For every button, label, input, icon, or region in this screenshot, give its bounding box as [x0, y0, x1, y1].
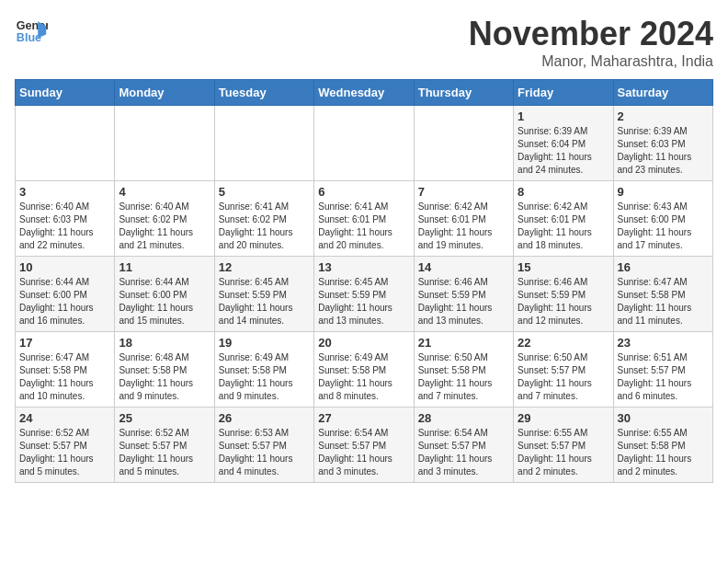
day-number: 13	[318, 260, 409, 274]
day-number: 7	[418, 185, 509, 199]
calendar-cell: 10Sunrise: 6:44 AM Sunset: 6:00 PM Dayli…	[16, 257, 115, 332]
calendar-table: SundayMondayTuesdayWednesdayThursdayFrid…	[15, 79, 713, 483]
day-number: 24	[19, 411, 110, 425]
day-number: 17	[19, 336, 110, 350]
day-number: 25	[119, 411, 210, 425]
day-info: Sunrise: 6:51 AM Sunset: 5:57 PM Dayligh…	[618, 351, 709, 403]
calendar-cell	[414, 106, 513, 181]
calendar-cell	[314, 106, 414, 181]
day-info: Sunrise: 6:45 AM Sunset: 5:59 PM Dayligh…	[318, 276, 409, 327]
calendar-cell: 25Sunrise: 6:52 AM Sunset: 5:57 PM Dayli…	[115, 408, 214, 483]
day-number: 20	[318, 336, 409, 350]
weekday-header: Thursday	[414, 80, 513, 106]
day-number: 2	[618, 109, 709, 123]
day-info: Sunrise: 6:39 AM Sunset: 6:04 PM Dayligh…	[518, 125, 609, 177]
calendar-cell: 28Sunrise: 6:54 AM Sunset: 5:57 PM Dayli…	[414, 408, 513, 483]
calendar-cell: 1Sunrise: 6:39 AM Sunset: 6:04 PM Daylig…	[514, 106, 613, 181]
calendar-week-row: 17Sunrise: 6:47 AM Sunset: 5:58 PM Dayli…	[16, 332, 713, 408]
day-info: Sunrise: 6:52 AM Sunset: 5:57 PM Dayligh…	[19, 427, 110, 478]
calendar-cell: 21Sunrise: 6:50 AM Sunset: 5:58 PM Dayli…	[414, 332, 513, 408]
day-info: Sunrise: 6:49 AM Sunset: 5:58 PM Dayligh…	[219, 351, 310, 403]
logo-icon: General Blue	[15, 15, 48, 48]
day-info: Sunrise: 6:47 AM Sunset: 5:58 PM Dayligh…	[618, 276, 709, 327]
calendar-cell: 8Sunrise: 6:42 AM Sunset: 6:01 PM Daylig…	[514, 181, 613, 257]
calendar-cell: 6Sunrise: 6:41 AM Sunset: 6:01 PM Daylig…	[314, 181, 414, 257]
calendar-title: November 2024	[469, 15, 713, 53]
calendar-cell: 12Sunrise: 6:45 AM Sunset: 5:59 PM Dayli…	[214, 257, 313, 332]
calendar-cell: 24Sunrise: 6:52 AM Sunset: 5:57 PM Dayli…	[16, 408, 115, 483]
calendar-subtitle: Manor, Maharashtra, India	[469, 53, 713, 70]
day-number: 22	[518, 336, 609, 350]
day-info: Sunrise: 6:52 AM Sunset: 5:57 PM Dayligh…	[119, 427, 210, 478]
day-info: Sunrise: 6:41 AM Sunset: 6:01 PM Dayligh…	[318, 201, 409, 252]
weekday-header: Wednesday	[314, 80, 414, 106]
day-number: 18	[119, 336, 210, 350]
day-number: 29	[518, 411, 609, 425]
day-info: Sunrise: 6:40 AM Sunset: 6:02 PM Dayligh…	[119, 201, 210, 252]
calendar-week-row: 1Sunrise: 6:39 AM Sunset: 6:04 PM Daylig…	[16, 106, 713, 181]
day-number: 3	[19, 185, 110, 199]
day-info: Sunrise: 6:44 AM Sunset: 6:00 PM Dayligh…	[19, 276, 110, 327]
day-info: Sunrise: 6:46 AM Sunset: 5:59 PM Dayligh…	[518, 276, 609, 327]
calendar-cell: 9Sunrise: 6:43 AM Sunset: 6:00 PM Daylig…	[613, 181, 712, 257]
calendar-cell: 26Sunrise: 6:53 AM Sunset: 5:57 PM Dayli…	[214, 408, 313, 483]
weekday-header: Tuesday	[214, 80, 313, 106]
calendar-body: 1Sunrise: 6:39 AM Sunset: 6:04 PM Daylig…	[16, 106, 713, 483]
calendar-cell: 5Sunrise: 6:41 AM Sunset: 6:02 PM Daylig…	[214, 181, 313, 257]
weekday-header: Saturday	[613, 80, 712, 106]
day-info: Sunrise: 6:44 AM Sunset: 6:00 PM Dayligh…	[119, 276, 210, 327]
day-number: 11	[119, 260, 210, 274]
day-info: Sunrise: 6:46 AM Sunset: 5:59 PM Dayligh…	[418, 276, 509, 327]
calendar-cell: 19Sunrise: 6:49 AM Sunset: 5:58 PM Dayli…	[214, 332, 313, 408]
day-info: Sunrise: 6:41 AM Sunset: 6:02 PM Dayligh…	[219, 201, 310, 252]
day-number: 15	[518, 260, 609, 274]
calendar-cell: 16Sunrise: 6:47 AM Sunset: 5:58 PM Dayli…	[613, 257, 712, 332]
calendar-week-row: 10Sunrise: 6:44 AM Sunset: 6:00 PM Dayli…	[16, 257, 713, 332]
day-info: Sunrise: 6:49 AM Sunset: 5:58 PM Dayligh…	[318, 351, 409, 403]
calendar-cell	[214, 106, 313, 181]
day-number: 1	[518, 109, 609, 123]
calendar-header: SundayMondayTuesdayWednesdayThursdayFrid…	[16, 80, 713, 106]
day-info: Sunrise: 6:48 AM Sunset: 5:58 PM Dayligh…	[119, 351, 210, 403]
day-number: 21	[418, 336, 509, 350]
header-row: SundayMondayTuesdayWednesdayThursdayFrid…	[16, 80, 713, 106]
day-info: Sunrise: 6:53 AM Sunset: 5:57 PM Dayligh…	[219, 427, 310, 478]
calendar-cell: 27Sunrise: 6:54 AM Sunset: 5:57 PM Dayli…	[314, 408, 414, 483]
day-info: Sunrise: 6:43 AM Sunset: 6:00 PM Dayligh…	[618, 201, 709, 252]
svg-text:Blue: Blue	[17, 31, 41, 44]
day-info: Sunrise: 6:42 AM Sunset: 6:01 PM Dayligh…	[518, 201, 609, 252]
calendar-cell: 18Sunrise: 6:48 AM Sunset: 5:58 PM Dayli…	[115, 332, 214, 408]
day-number: 14	[418, 260, 509, 274]
day-number: 6	[318, 185, 409, 199]
calendar-week-row: 3Sunrise: 6:40 AM Sunset: 6:03 PM Daylig…	[16, 181, 713, 257]
day-number: 16	[618, 260, 709, 274]
day-info: Sunrise: 6:54 AM Sunset: 5:57 PM Dayligh…	[318, 427, 409, 478]
logo: General Blue	[15, 15, 48, 48]
day-info: Sunrise: 6:40 AM Sunset: 6:03 PM Dayligh…	[19, 201, 110, 252]
calendar-cell: 29Sunrise: 6:55 AM Sunset: 5:57 PM Dayli…	[514, 408, 613, 483]
day-info: Sunrise: 6:55 AM Sunset: 5:58 PM Dayligh…	[618, 427, 709, 478]
day-number: 9	[618, 185, 709, 199]
day-info: Sunrise: 6:55 AM Sunset: 5:57 PM Dayligh…	[518, 427, 609, 478]
day-number: 19	[219, 336, 310, 350]
day-info: Sunrise: 6:50 AM Sunset: 5:58 PM Dayligh…	[418, 351, 509, 403]
calendar-week-row: 24Sunrise: 6:52 AM Sunset: 5:57 PM Dayli…	[16, 408, 713, 483]
calendar-cell	[16, 106, 115, 181]
day-number: 12	[219, 260, 310, 274]
day-info: Sunrise: 6:47 AM Sunset: 5:58 PM Dayligh…	[19, 351, 110, 403]
day-info: Sunrise: 6:39 AM Sunset: 6:03 PM Dayligh…	[618, 125, 709, 177]
day-number: 4	[119, 185, 210, 199]
weekday-header: Monday	[115, 80, 214, 106]
weekday-header: Sunday	[16, 80, 115, 106]
calendar-cell: 4Sunrise: 6:40 AM Sunset: 6:02 PM Daylig…	[115, 181, 214, 257]
day-number: 23	[618, 336, 709, 350]
calendar-cell: 20Sunrise: 6:49 AM Sunset: 5:58 PM Dayli…	[314, 332, 414, 408]
calendar-cell: 7Sunrise: 6:42 AM Sunset: 6:01 PM Daylig…	[414, 181, 513, 257]
day-number: 8	[518, 185, 609, 199]
calendar-cell: 3Sunrise: 6:40 AM Sunset: 6:03 PM Daylig…	[16, 181, 115, 257]
day-number: 5	[219, 185, 310, 199]
calendar-cell: 23Sunrise: 6:51 AM Sunset: 5:57 PM Dayli…	[613, 332, 712, 408]
title-area: November 2024 Manor, Maharashtra, India	[469, 15, 713, 70]
day-info: Sunrise: 6:42 AM Sunset: 6:01 PM Dayligh…	[418, 201, 509, 252]
calendar-cell	[115, 106, 214, 181]
